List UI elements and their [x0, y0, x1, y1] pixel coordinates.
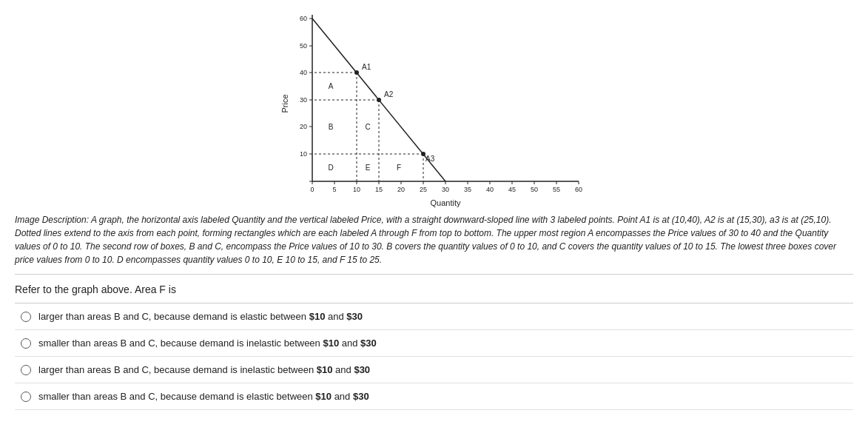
- svg-text:40: 40: [485, 186, 493, 193]
- svg-text:0: 0: [310, 186, 314, 193]
- main-container: Price Quantity 0 5 10 15 20: [0, 0, 868, 425]
- option-2[interactable]: smaller than areas B and C, because dema…: [15, 330, 853, 357]
- svg-text:60: 60: [299, 15, 306, 22]
- svg-text:60: 60: [574, 186, 582, 193]
- svg-text:50: 50: [530, 186, 537, 193]
- option-4-text: smaller than areas B and C, because dema…: [38, 391, 369, 402]
- image-description: Image Description: A graph, the horizont…: [15, 213, 853, 275]
- svg-text:45: 45: [508, 186, 515, 193]
- y-axis-label: Price: [280, 94, 289, 113]
- graph-wrapper: Price Quantity 0 5 10 15 20: [279, 7, 590, 207]
- chart-svg: Price Quantity 0 5 10 15 20: [279, 7, 590, 207]
- svg-text:30: 30: [441, 186, 448, 193]
- svg-text:10: 10: [299, 150, 306, 158]
- svg-text:35: 35: [463, 186, 471, 193]
- radio-1[interactable]: [21, 312, 31, 322]
- box-label-b: B: [328, 123, 333, 131]
- box-label-e: E: [365, 164, 370, 172]
- option-2-text: smaller than areas B and C, because dema…: [38, 338, 377, 349]
- svg-text:20: 20: [397, 186, 404, 193]
- svg-text:30: 30: [299, 96, 306, 104]
- point-a2: [377, 98, 381, 102]
- svg-text:55: 55: [552, 186, 559, 193]
- svg-text:50: 50: [299, 42, 306, 50]
- label-a1: A1: [362, 63, 371, 71]
- graph-section: Price Quantity 0 5 10 15 20: [15, 7, 853, 207]
- box-label-d: D: [328, 164, 333, 172]
- option-1[interactable]: larger than areas B and C, because deman…: [15, 303, 853, 330]
- option-1-text: larger than areas B and C, because deman…: [38, 311, 363, 322]
- x-axis-label: Quantity: [430, 198, 460, 207]
- svg-text:20: 20: [299, 123, 306, 130]
- svg-text:15: 15: [374, 186, 382, 193]
- option-3[interactable]: larger than areas B and C, because deman…: [15, 357, 853, 383]
- svg-text:5: 5: [332, 186, 336, 193]
- svg-text:10: 10: [352, 186, 360, 193]
- svg-text:25: 25: [419, 186, 426, 193]
- label-a3: A3: [425, 155, 435, 163]
- point-a1: [354, 70, 359, 75]
- box-label-a: A: [328, 82, 333, 90]
- option-4[interactable]: smaller than areas B and C, because dema…: [15, 383, 853, 410]
- option-3-text: larger than areas B and C, because deman…: [38, 364, 370, 375]
- radio-3[interactable]: [21, 365, 31, 375]
- svg-text:40: 40: [299, 69, 306, 76]
- label-a2: A2: [384, 90, 394, 98]
- box-label-f: F: [396, 164, 400, 172]
- radio-2[interactable]: [21, 338, 31, 349]
- question-text: Refer to the graph above. Area F is: [15, 283, 176, 295]
- options-container: larger than areas B and C, because deman…: [15, 303, 853, 410]
- box-label-c: C: [365, 123, 370, 131]
- radio-4[interactable]: [21, 392, 31, 402]
